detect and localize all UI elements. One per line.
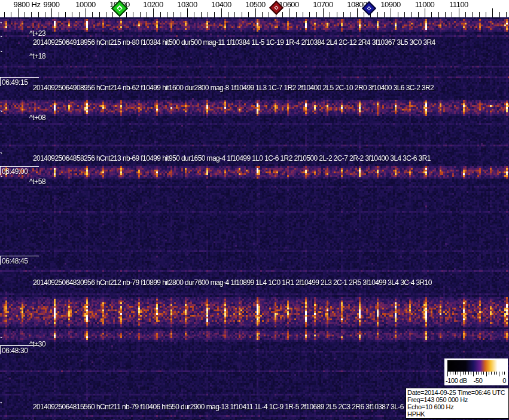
db-scale-tick (496, 372, 497, 375)
ruler-tick (269, 12, 269, 17)
db-scale-tick (476, 372, 477, 375)
ruler-tick (384, 12, 385, 17)
time-offset-mark: ^t+08 (29, 114, 45, 122)
edge-tick-mark: ` (0, 53, 2, 56)
db-scale-tick (450, 372, 450, 375)
ruler-tick (323, 8, 324, 17)
ruler-tick (377, 12, 378, 17)
db-scale-tick (486, 372, 487, 376)
frequency-label: 11100 (449, 0, 468, 9)
ruler-tick (133, 12, 133, 17)
db-scale-tick (489, 372, 489, 375)
marker-center (274, 5, 279, 10)
ruler-tick (330, 12, 330, 17)
ruler-tick (126, 12, 127, 17)
db-scale-tick (453, 372, 453, 375)
ruler-tick (445, 12, 446, 17)
ruler-tick (187, 8, 188, 17)
ruler-tick (147, 12, 147, 17)
ruler-tick (506, 12, 507, 17)
spectrogram-app: 9800 Hz990010000101001020010300104001050… (0, 0, 509, 420)
db-scale-tick (478, 372, 479, 375)
spectrogram-waterfall (0, 17, 509, 420)
db-scale-tick (504, 372, 505, 375)
ruler-tick (404, 12, 405, 17)
ruler-tick (140, 12, 141, 17)
time-label: 06:49:00 (0, 166, 39, 175)
ruler-tick (194, 12, 194, 17)
ruler-tick (465, 12, 466, 17)
ruler-tick (45, 12, 45, 17)
frequency-label: 10900 (380, 0, 401, 9)
frequency-label: 9900 (44, 0, 60, 9)
db-scale-tick (463, 372, 464, 375)
ruler-tick (79, 12, 80, 17)
ruler-tick (214, 12, 215, 17)
ruler-tick (153, 8, 154, 17)
ruler-tick (38, 12, 39, 17)
ruler-tick (431, 12, 432, 17)
time-offset-mark: ^t+58 (29, 177, 45, 186)
edge-tick-mark: ` (0, 404, 2, 407)
frequency-label: 10400 (211, 0, 231, 9)
ruler-tick (25, 12, 25, 17)
db-scale-label: -100 dB (446, 377, 467, 384)
ruler-tick (31, 12, 32, 17)
ruler-tick (59, 12, 59, 17)
ruler-tick (282, 12, 283, 17)
db-scale-tick (491, 372, 492, 375)
time-label: 06:49:15 (0, 77, 39, 86)
info-line: Date=2014-09-25 Time=06:46 UTC (407, 389, 508, 396)
ruler-tick (99, 12, 100, 17)
ruler-tick (201, 12, 202, 17)
ruler-tick (337, 12, 337, 17)
edge-tick-mark: ` (0, 154, 2, 158)
ruler-tick (72, 12, 72, 17)
frequency-label: 10700 (313, 0, 333, 9)
ruler-tick (459, 8, 459, 17)
ruler-tick (309, 12, 310, 17)
db-scale-tick (447, 372, 448, 376)
frequency-label: 11000 (415, 0, 435, 9)
db-color-scale: -100 dB-500 (444, 358, 508, 385)
detection-line: 20140925064918956 hCnt215 nb-80 f10384 h… (33, 38, 435, 47)
ruler-tick (425, 8, 425, 17)
ruler-tick (228, 12, 228, 17)
ruler-tick (486, 12, 486, 17)
db-scale-label: -50 (474, 377, 483, 384)
db-scale-tick (458, 372, 458, 375)
db-scale-tick (494, 372, 495, 375)
ruler-tick (262, 12, 263, 17)
frequency-ruler: 9800 Hz990010000101001020010300104001050… (0, 0, 509, 17)
edge-tick-mark: ` (0, 24, 2, 27)
ruler-tick (411, 12, 412, 17)
ruler-tick (296, 12, 297, 17)
edge-tick-mark: ` (0, 38, 2, 41)
ruler-tick (391, 8, 391, 17)
ruler-tick (248, 12, 249, 17)
detection-line: 20140925064830956 hCnt212 nb-79 f10899 h… (33, 278, 432, 287)
frequency-label: 10500 (245, 0, 266, 9)
ruler-tick (234, 12, 235, 17)
edge-tick-mark: ` (0, 177, 2, 181)
marker-center (117, 5, 123, 11)
db-scale-tick (473, 372, 474, 376)
ruler-tick (492, 8, 493, 17)
ruler-tick (350, 12, 350, 17)
ruler-tick (479, 12, 480, 17)
db-scale-tick (455, 372, 456, 375)
frequency-label: 9800 Hz (14, 0, 41, 9)
db-gradient-bar (447, 360, 504, 372)
db-scale-tick (502, 372, 502, 375)
ruler-tick (343, 12, 344, 17)
time-label: 06:48:45 (0, 256, 39, 265)
time-offset-mark: ^t+23 (29, 29, 45, 38)
ruler-tick (173, 12, 174, 17)
db-scale-tick (483, 372, 484, 375)
ruler-tick (181, 12, 181, 17)
ruler-tick (364, 12, 364, 17)
ruler-tick (112, 12, 113, 17)
ruler-tick (242, 12, 242, 17)
ruler-tick (472, 12, 473, 17)
marker-dot (275, 7, 278, 9)
